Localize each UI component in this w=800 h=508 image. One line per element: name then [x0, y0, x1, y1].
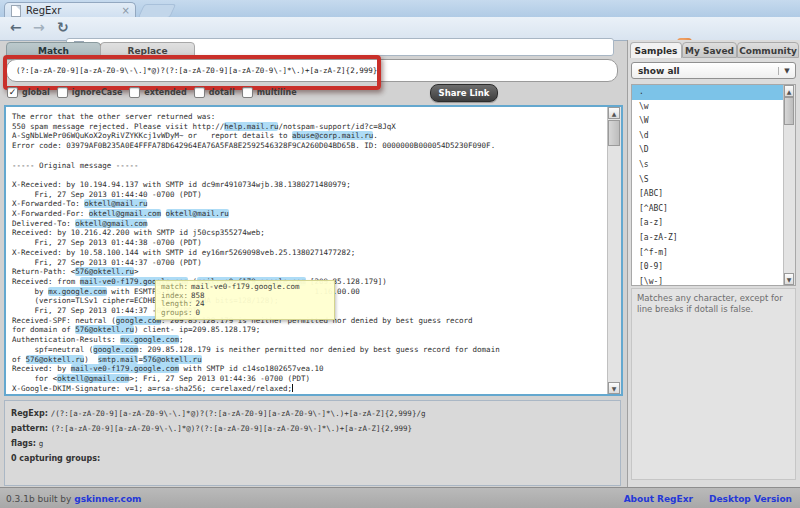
- tab-close-icon[interactable]: ×: [122, 5, 130, 16]
- checkbox-extended[interactable]: [129, 87, 140, 98]
- flag-ignoreCase[interactable]: ignoreCase: [57, 87, 123, 98]
- editor-line: Received: by 10.216.42.200 with SMTP id …: [12, 228, 500, 238]
- checkbox-multiline[interactable]: [242, 87, 253, 98]
- match-highlight: mx.google.com: [48, 287, 107, 296]
- match-highlight: oktell@gmail.com: [75, 219, 147, 228]
- editor-line: X-Forwarded-For: oktell@gmail.com oktell…: [12, 209, 500, 219]
- samples-filter-dropdown[interactable]: show all ▼: [631, 62, 796, 79]
- editor-line: Fri, 27 Sep 2013 01:44:40 -0700 (PDT): [12, 190, 500, 200]
- scroll-thumb[interactable]: [608, 120, 620, 146]
- editor-line: Authentication-Results: mx.google.com;: [12, 335, 500, 345]
- match-highlight: mail-ve0-f179.google.com: [71, 364, 179, 373]
- editor-lines: The error that the other server returned…: [12, 112, 500, 393]
- result-flags-row: flags: g: [11, 435, 614, 450]
- sample-item[interactable]: \W: [632, 114, 795, 129]
- tab-my-saved[interactable]: My Saved: [682, 42, 737, 58]
- filter-value: show all: [632, 66, 778, 76]
- checkbox-ignoreCase[interactable]: [57, 87, 68, 98]
- sample-item[interactable]: .: [632, 85, 795, 100]
- editor-line: Received: by mail-ve0-f179.google.com wi…: [12, 364, 500, 374]
- chevron-down-icon[interactable]: ▼: [778, 67, 795, 75]
- about-regexr-link[interactable]: About RegExr: [624, 494, 693, 504]
- sample-item[interactable]: [\w-]: [632, 275, 795, 286]
- sample-item[interactable]: \d: [632, 129, 795, 144]
- match-highlight: mx.google.com: [120, 335, 179, 344]
- sample-item[interactable]: \s: [632, 158, 795, 173]
- footer-bar: 0.3.1b built by gskinner.com About RegEx…: [0, 487, 800, 508]
- sample-item[interactable]: [a-zA-Z]: [632, 231, 795, 246]
- pattern-value: (?:[a-zA-Z0-9][a-zA-Z0-9\-\.]*@)?(?:[a-z…: [51, 424, 412, 433]
- results-panel: RegExp: /(?:[a-zA-Z0-9][a-zA-Z0-9\-\.]*@…: [4, 400, 621, 486]
- match-tooltip: match:mail-ve0-f179.google.comindex:858l…: [155, 280, 335, 320]
- editor-line: Delivered-To: oktell@gmail.com: [12, 219, 500, 229]
- match-highlight: 576@oktell.ru: [143, 355, 202, 364]
- editor-line: X-Google-DKIM-Signature: v=1; a=rsa-sha2…: [12, 384, 500, 394]
- version-prefix: 0.3.1b built by: [6, 494, 74, 504]
- editor-line: Return-Path: <576@oktell.ru>: [12, 267, 500, 277]
- match-highlight: 576@oktell.ru: [26, 355, 85, 364]
- match-highlight: oktell@gmail.com: [89, 209, 161, 218]
- favicon-page-icon: [11, 5, 21, 17]
- editor-line: The error that the other server returned…: [12, 112, 500, 122]
- editor-line: spf=neutral (google.com: 209.85.128.179 …: [12, 345, 500, 355]
- flag-extended[interactable]: extended: [129, 87, 186, 98]
- editor-line: 550 spam message rejected. Please visit …: [12, 122, 500, 132]
- editor-line: for domain of 576@oktell.ru) client- ip=…: [12, 325, 500, 335]
- tooltip-value: mail-ve0-f179.google.com: [191, 282, 299, 291]
- sample-item[interactable]: [0-9]: [632, 260, 795, 275]
- match-highlight: 576@oktell.ru: [75, 267, 134, 276]
- tab-samples[interactable]: Samples: [630, 42, 682, 58]
- samples-scroll-down-icon[interactable]: ▼: [784, 273, 794, 285]
- tooltip-label: groups:: [161, 308, 193, 317]
- sample-item[interactable]: [ABC]: [632, 187, 795, 202]
- editor-line: Error code: 03979AF0B235A0E4FFFA78D64296…: [12, 141, 500, 151]
- flag-label: global: [22, 88, 50, 97]
- flag-label: dotall: [209, 88, 235, 97]
- groups-label: 0 capturing groups:: [11, 454, 100, 463]
- editor-line: of 576@oktell.ru) smtp.mail=576@oktell.r…: [12, 355, 500, 365]
- editor-line: Fri, 27 Sep 2013 01:44:38 -0700 (PDT): [12, 238, 500, 248]
- samples-list: .\w\W\d\D\s\S[ABC][^ABC][a-z][a-zA-Z][^f…: [631, 84, 796, 286]
- editor-line: ----- Original message -----: [12, 161, 500, 171]
- sample-item[interactable]: \D: [632, 143, 795, 158]
- flags-label: flags:: [11, 439, 39, 448]
- flags-value: g: [39, 439, 44, 448]
- sample-item[interactable]: \w: [632, 100, 795, 115]
- samples-scroll-up-icon[interactable]: ▲: [784, 85, 794, 97]
- editor-line: X-Forwarded-To: oktell@mail.ru: [12, 199, 500, 209]
- match-text-editor[interactable]: The error that the other server returned…: [4, 105, 623, 396]
- tab-community[interactable]: Community: [737, 42, 799, 58]
- scroll-up-icon[interactable]: ▲: [608, 107, 620, 119]
- sample-item[interactable]: [^ABC]: [632, 202, 795, 217]
- match-highlight: 576@oktell.ru: [75, 325, 134, 334]
- browser-tab[interactable]: RegExr ×: [4, 2, 136, 18]
- back-button-icon[interactable]: ←: [10, 17, 22, 37]
- samples-scroll-thumb[interactable]: [784, 97, 794, 125]
- browser-tab-title: RegExr: [26, 5, 122, 16]
- editor-line: [12, 151, 500, 161]
- samples-scrollbar[interactable]: ▲ ▼: [783, 85, 795, 285]
- sample-item[interactable]: [^f-m]: [632, 246, 795, 261]
- flag-label: ignoreCase: [72, 88, 123, 97]
- sample-item[interactable]: \S: [632, 173, 795, 188]
- scroll-down-icon[interactable]: ▼: [608, 382, 620, 394]
- desktop-version-link[interactable]: Desktop Version: [709, 494, 792, 504]
- flag-dotall[interactable]: dotall: [194, 87, 235, 98]
- reload-button-icon[interactable]: ↻: [57, 17, 69, 37]
- editor-scrollbar[interactable]: ▲ ▼: [607, 107, 621, 394]
- checkbox-global[interactable]: ✓: [7, 87, 18, 98]
- flag-multiline[interactable]: multiline: [242, 87, 297, 98]
- new-tab-button[interactable]: [138, 4, 177, 18]
- match-highlight: smtp.mail: [98, 355, 139, 364]
- forward-button-icon[interactable]: →: [33, 17, 45, 37]
- sample-item[interactable]: [a-z]: [632, 216, 795, 231]
- gskinner-link[interactable]: gskinner.com: [74, 494, 141, 504]
- match-highlight: oktell@mail.ru: [84, 199, 147, 208]
- tooltip-label: match:: [161, 282, 188, 291]
- flag-global[interactable]: ✓global: [7, 87, 50, 98]
- tooltip-label: length:: [161, 299, 193, 308]
- checkbox-dotall[interactable]: [194, 87, 205, 98]
- share-link-button[interactable]: Share Link: [430, 84, 498, 102]
- match-highlight: abuse@corp.mail.ru: [292, 131, 373, 140]
- flag-label: multiline: [257, 88, 297, 97]
